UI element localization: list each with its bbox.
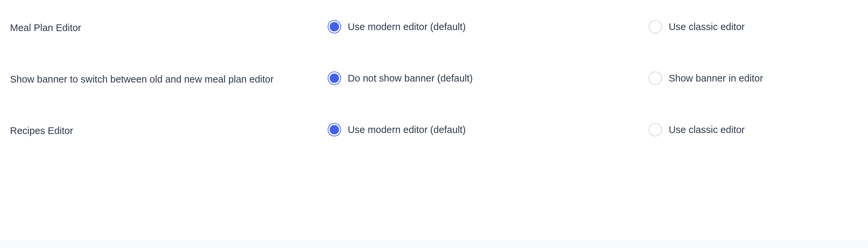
option-label: Use classic editor xyxy=(669,124,745,135)
option-label: Show banner in editor xyxy=(669,73,763,84)
settings-section: Meal Plan Editor Use modern editor (defa… xyxy=(0,0,868,138)
radio-selected-icon xyxy=(328,123,341,136)
radio-unselected-icon xyxy=(649,123,662,136)
radio-option-classic-editor[interactable]: Use classic editor xyxy=(649,123,745,136)
radio-unselected-icon xyxy=(649,20,662,33)
radio-option-modern-editor[interactable]: Use modern editor (default) xyxy=(328,20,649,33)
option-group: Use modern editor (default) Use classic … xyxy=(328,123,858,136)
setting-label: Show banner to switch between old and ne… xyxy=(10,71,328,86)
radio-option-show-banner[interactable]: Show banner in editor xyxy=(649,71,763,85)
setting-row-recipes-editor: Recipes Editor Use modern editor (defaul… xyxy=(10,123,858,138)
radio-selected-icon xyxy=(328,20,341,33)
option-label: Use classic editor xyxy=(669,21,745,32)
radio-option-classic-editor[interactable]: Use classic editor xyxy=(649,20,745,33)
setting-row-meal-plan-editor: Meal Plan Editor Use modern editor (defa… xyxy=(10,20,858,35)
section-divider xyxy=(0,241,868,248)
radio-option-no-banner[interactable]: Do not show banner (default) xyxy=(328,71,649,85)
radio-option-modern-editor[interactable]: Use modern editor (default) xyxy=(328,123,649,136)
setting-row-show-banner: Show banner to switch between old and ne… xyxy=(10,71,858,86)
radio-selected-icon xyxy=(328,71,341,85)
setting-label: Recipes Editor xyxy=(10,123,328,138)
option-label: Do not show banner (default) xyxy=(348,73,473,84)
option-group: Do not show banner (default) Show banner… xyxy=(328,71,858,85)
option-label: Use modern editor (default) xyxy=(348,21,466,32)
setting-label: Meal Plan Editor xyxy=(10,20,328,35)
radio-unselected-icon xyxy=(649,71,662,85)
option-group: Use modern editor (default) Use classic … xyxy=(328,20,858,33)
option-label: Use modern editor (default) xyxy=(348,124,466,135)
